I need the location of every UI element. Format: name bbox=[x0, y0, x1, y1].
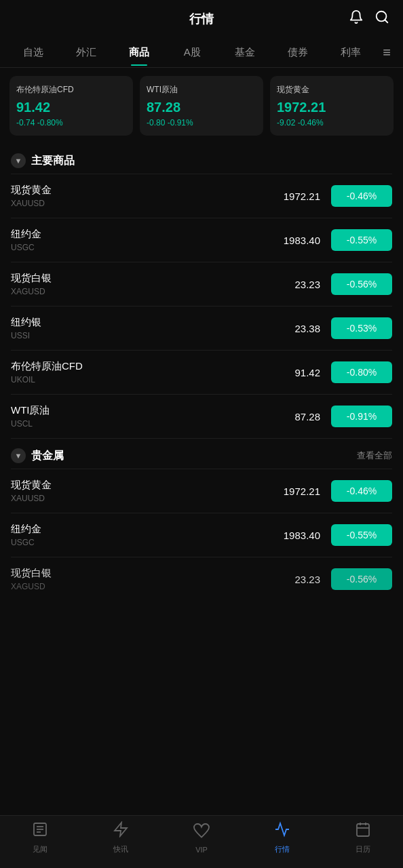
hangqing-icon bbox=[274, 821, 290, 842]
tab-waihui[interactable]: 外汇 bbox=[60, 39, 113, 66]
item-info: 现货黄金 XAUUSD bbox=[11, 184, 273, 208]
bottom-nav-item-jianwen[interactable]: 见闻 bbox=[0, 821, 81, 854]
tab-lilv[interactable]: 利率 bbox=[324, 39, 377, 66]
item-code: XAUUSD bbox=[11, 494, 273, 503]
svg-rect-7 bbox=[357, 824, 369, 836]
item-info: 布伦特原油CFD UKOIL bbox=[11, 360, 273, 384]
tab-jijin[interactable]: 基金 bbox=[218, 39, 271, 66]
top-card-2-change: -9.02 -0.46% bbox=[277, 118, 387, 127]
item-code: USGC bbox=[11, 538, 273, 547]
scroll-area: 布伦特原油CFD 91.42 -0.74 -0.80% WTI原油 87.28 … bbox=[0, 68, 403, 655]
item-code: USGC bbox=[11, 243, 273, 252]
jianwen-icon bbox=[32, 821, 48, 842]
item-badge[interactable]: -0.55% bbox=[331, 524, 392, 546]
bottom-nav-item-kuaixun[interactable]: 快讯 bbox=[81, 821, 161, 854]
page-title: 行情 bbox=[189, 11, 214, 27]
item-badge[interactable]: -0.55% bbox=[331, 229, 392, 251]
hangqing-label: 行情 bbox=[275, 844, 290, 854]
item-code: UKOIL bbox=[11, 375, 273, 384]
section-collapse-precious[interactable]: ▼ bbox=[11, 448, 26, 463]
item-info: 现货白银 XAGUSD bbox=[11, 567, 273, 591]
top-card-1[interactable]: WTI原油 87.28 -0.80 -0.91% bbox=[140, 76, 263, 136]
list-item[interactable]: 现货黄金 XAUUSD 1972.21 -0.46% bbox=[0, 469, 403, 513]
list-item[interactable]: 纽约金 USGC 1983.40 -0.55% bbox=[0, 218, 403, 262]
item-info: 纽约金 USGC bbox=[11, 523, 273, 547]
item-name: 布伦特原油CFD bbox=[11, 360, 273, 373]
item-name: 纽约金 bbox=[11, 228, 273, 241]
vip-label: VIP bbox=[195, 846, 208, 854]
svg-line-1 bbox=[385, 20, 387, 22]
item-code: XAGUSD bbox=[11, 582, 273, 591]
top-card-1-name: WTI原油 bbox=[147, 84, 256, 96]
item-info: 现货黄金 XAUUSD bbox=[11, 479, 273, 503]
bottom-nav: 见闻 快讯 VIP 行情 bbox=[0, 815, 403, 868]
kuaixun-icon bbox=[113, 821, 129, 842]
bottom-nav-item-vip[interactable]: VIP bbox=[161, 823, 242, 854]
item-badge[interactable]: -0.56% bbox=[331, 273, 392, 295]
bottom-nav-item-hangqing[interactable]: 行情 bbox=[242, 821, 322, 854]
item-price: 91.42 bbox=[273, 367, 320, 378]
list-item[interactable]: 纽约银 USSI 23.38 -0.53% bbox=[0, 307, 403, 350]
tab-zhaiquan[interactable]: 债券 bbox=[271, 39, 324, 66]
item-info: 现货白银 XAGUSD bbox=[11, 272, 273, 296]
item-price: 1972.21 bbox=[273, 191, 320, 202]
item-badge[interactable]: -0.53% bbox=[331, 317, 392, 339]
vip-icon bbox=[193, 823, 210, 843]
bell-icon[interactable] bbox=[349, 9, 364, 28]
item-code: USSI bbox=[11, 331, 273, 340]
top-card-0-price: 91.42 bbox=[16, 100, 126, 115]
item-price: 1983.40 bbox=[273, 530, 320, 541]
item-price: 87.28 bbox=[273, 411, 320, 422]
top-card-2-name: 现货黄金 bbox=[277, 84, 387, 96]
item-code: XAGUSD bbox=[11, 287, 273, 296]
section-header-precious: ▼ 贵金属 查看全部 bbox=[0, 439, 403, 469]
top-card-2-price: 1972.21 bbox=[277, 100, 387, 115]
menu-icon[interactable]: ≡ bbox=[377, 38, 396, 67]
rili-label: 日历 bbox=[356, 844, 370, 854]
item-price: 23.23 bbox=[273, 574, 320, 585]
top-card-2[interactable]: 现货黄金 1972.21 -9.02 -0.46% bbox=[270, 76, 394, 136]
header: 行情 bbox=[0, 0, 403, 38]
item-name: 现货白银 bbox=[11, 567, 273, 580]
section-title-main: 主要商品 bbox=[31, 154, 75, 168]
item-badge[interactable]: -0.46% bbox=[331, 185, 392, 207]
item-info: WTI原油 USCL bbox=[11, 404, 273, 429]
section-title-precious: 贵金属 bbox=[31, 449, 64, 463]
section-view-all-precious[interactable]: 查看全部 bbox=[357, 450, 392, 462]
section-header-main: ▼ 主要商品 bbox=[0, 144, 403, 174]
rili-icon bbox=[355, 821, 371, 842]
tab-shangpin[interactable]: 商品 bbox=[113, 39, 166, 66]
list-item[interactable]: 现货黄金 XAUUSD 1972.21 -0.46% bbox=[0, 174, 403, 218]
list-item[interactable]: 布伦特原油CFD UKOIL 91.42 -0.80% bbox=[0, 351, 403, 394]
item-name: 现货黄金 bbox=[11, 184, 273, 197]
top-card-0-change: -0.74 -0.80% bbox=[16, 118, 126, 127]
item-badge[interactable]: -0.46% bbox=[331, 480, 392, 502]
section-collapse-main[interactable]: ▼ bbox=[11, 153, 26, 168]
kuaixun-label: 快讯 bbox=[113, 844, 128, 854]
bottom-nav-item-rili[interactable]: 日历 bbox=[322, 821, 403, 854]
item-name: 纽约银 bbox=[11, 316, 273, 329]
top-card-0[interactable]: 布伦特原油CFD 91.42 -0.74 -0.80% bbox=[9, 76, 133, 136]
item-name: 纽约金 bbox=[11, 523, 273, 536]
tab-zixuan[interactable]: 自选 bbox=[7, 39, 60, 66]
item-name: WTI原油 bbox=[11, 404, 273, 417]
list-item[interactable]: 纽约金 USGC 1983.40 -0.55% bbox=[0, 513, 403, 557]
item-price: 23.38 bbox=[273, 323, 320, 334]
item-price: 1983.40 bbox=[273, 235, 320, 246]
item-badge[interactable]: -0.91% bbox=[331, 406, 392, 427]
item-code: USCL bbox=[11, 419, 273, 429]
jianwen-label: 见闻 bbox=[33, 844, 47, 854]
list-item[interactable]: 现货白银 XAGUSD 23.23 -0.56% bbox=[0, 557, 403, 601]
item-name: 现货黄金 bbox=[11, 479, 273, 492]
search-icon[interactable] bbox=[375, 9, 389, 28]
item-price: 1972.21 bbox=[273, 486, 320, 497]
nav-tabs: 自选 外汇 商品 A股 基金 债券 利率 ≡ bbox=[0, 38, 403, 68]
list-item[interactable]: 现货白银 XAGUSD 23.23 -0.56% bbox=[0, 262, 403, 306]
item-badge[interactable]: -0.80% bbox=[331, 361, 392, 383]
list-item[interactable]: WTI原油 USCL 87.28 -0.91% bbox=[0, 395, 403, 438]
tab-agu[interactable]: A股 bbox=[166, 39, 218, 66]
top-card-1-change: -0.80 -0.91% bbox=[147, 118, 256, 127]
item-badge[interactable]: -0.56% bbox=[331, 568, 392, 590]
header-icons bbox=[349, 9, 389, 28]
item-info: 纽约银 USSI bbox=[11, 316, 273, 340]
